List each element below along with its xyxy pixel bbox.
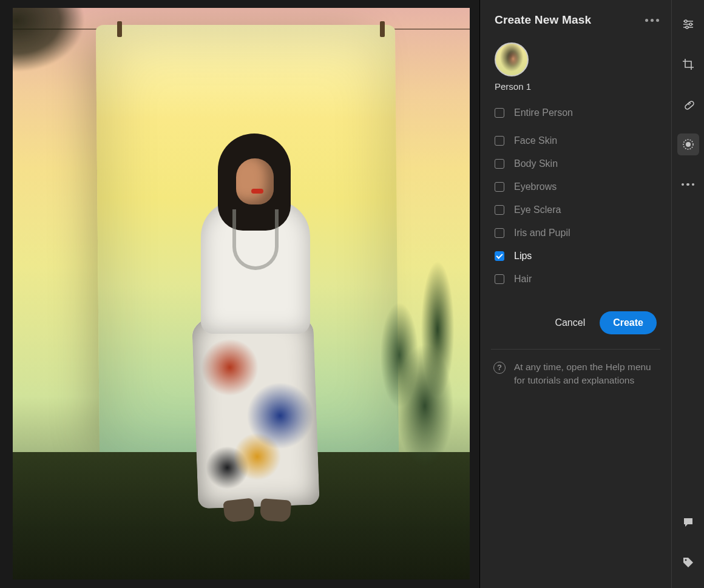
tool-rail — [671, 0, 704, 588]
mask-option-eyebrows[interactable]: Eyebrows — [495, 175, 657, 198]
mask-option-label: Body Skin — [514, 158, 558, 169]
more-icon[interactable] — [677, 174, 699, 195]
panel-title: Create New Mask — [495, 13, 591, 27]
person-label: Person 1 — [495, 81, 657, 92]
svg-point-2 — [686, 26, 688, 29]
tree-silhouette — [13, 8, 110, 93]
mask-option-entire-person[interactable]: Entire Person — [495, 101, 657, 127]
figure-shoe — [223, 498, 255, 522]
healing-icon[interactable] — [677, 93, 699, 115]
mask-option-label: Eye Sclera — [514, 204, 561, 215]
hint-text: At any time, open the Help menu for tuto… — [514, 360, 658, 387]
svg-point-0 — [685, 20, 687, 22]
app-root: Create New Mask Person 1 Entire PersonFa… — [0, 0, 704, 588]
mask-option-label: Lips — [514, 251, 532, 262]
mask-option-face-skin[interactable]: Face Skin — [495, 129, 657, 152]
mask-option-label: Face Skin — [514, 135, 557, 146]
checkbox[interactable] — [495, 251, 504, 261]
checkbox[interactable] — [495, 108, 504, 118]
mask-option-label: Iris and Pupil — [514, 228, 570, 238]
mask-option-lips[interactable]: Lips — [495, 245, 657, 268]
mask-option-iris-and-pupil[interactable]: Iris and Pupil — [495, 221, 657, 245]
cancel-button[interactable]: Cancel — [555, 317, 585, 328]
mask-option-label: Hair — [514, 274, 532, 285]
mask-option-label: Entire Person — [514, 107, 573, 118]
checkbox[interactable] — [495, 228, 504, 238]
tag-icon[interactable] — [677, 552, 699, 573]
figure-face — [236, 158, 274, 204]
svg-point-6 — [685, 559, 686, 561]
crop-icon[interactable] — [677, 53, 699, 75]
checkbox[interactable] — [495, 205, 504, 215]
comment-icon[interactable] — [677, 512, 699, 533]
mask-option-eye-sclera[interactable]: Eye Sclera — [495, 198, 657, 221]
mask-option-label: Eyebrows — [514, 181, 557, 192]
mask-option-hair[interactable]: Hair — [495, 268, 657, 291]
hint-row: ? At any time, open the Help menu for tu… — [480, 350, 671, 397]
checkbox[interactable] — [495, 159, 504, 169]
clothespin — [117, 21, 122, 37]
mask-option-body-skin[interactable]: Body Skin — [495, 152, 657, 175]
mask-part-options: Entire PersonFace SkinBody SkinEyebrowsE… — [480, 94, 671, 291]
panel-menu-icon[interactable] — [645, 19, 659, 22]
figure-shoe — [259, 498, 291, 522]
cactus — [374, 228, 459, 482]
figure-necklace — [232, 209, 279, 270]
svg-point-1 — [689, 23, 692, 25]
figure-lips — [251, 189, 263, 194]
checkbox[interactable] — [495, 274, 504, 284]
create-button[interactable]: Create — [600, 311, 657, 334]
edit-sliders-icon[interactable] — [677, 13, 699, 35]
person-avatar[interactable] — [495, 42, 529, 76]
clothespin — [380, 21, 385, 37]
svg-point-5 — [686, 142, 691, 147]
mask-panel: Create New Mask Person 1 Entire PersonFa… — [479, 0, 671, 588]
figure-skirt — [191, 304, 319, 509]
masking-icon[interactable] — [677, 133, 699, 155]
checkbox[interactable] — [495, 136, 504, 146]
help-icon[interactable]: ? — [493, 362, 506, 374]
checkbox[interactable] — [495, 182, 504, 192]
photo-preview — [13, 8, 470, 580]
canvas-area[interactable] — [0, 0, 479, 588]
